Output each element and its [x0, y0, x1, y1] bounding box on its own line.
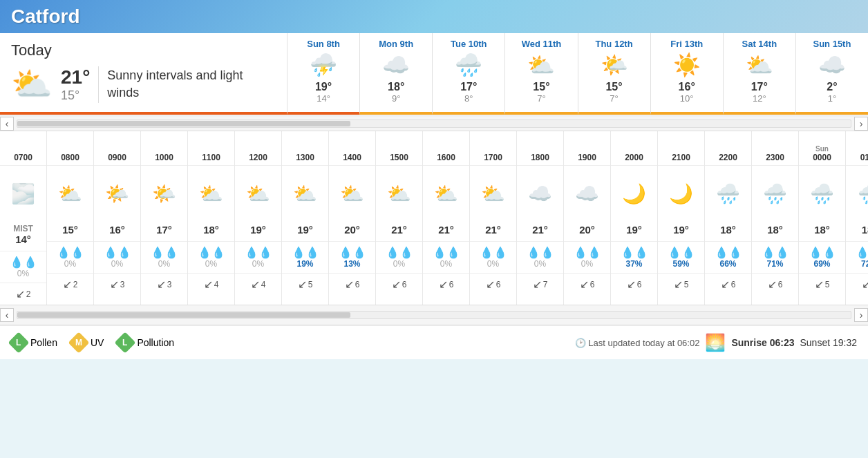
wind-speed: 5 [825, 280, 830, 289]
hour-icon-row: 🌫️ [0, 166, 46, 221]
hour-time: 2100 [672, 153, 690, 162]
hour-icon-row: 🌧️ [705, 166, 751, 221]
hour-precip-row: 💧💧 69% [799, 242, 845, 274]
hour-time: 0900 [108, 153, 126, 162]
updated-text: 🕑 Last updated today at 06:02 [575, 338, 700, 348]
forecast-day-7[interactable]: Sun 15th ☁️ 2° 1° [795, 33, 868, 115]
hour-temp: 18° [706, 224, 750, 236]
forecast-day-4[interactable]: Thu 12th 🌤️ 15° 7° [578, 33, 650, 115]
forecast-day-1[interactable]: Mon 9th ☁️ 18° 9° [359, 33, 432, 115]
hour-temp-row: 16° [94, 221, 140, 242]
precip-icon: 💧💧 [198, 246, 225, 259]
hour-icon-row: 🌙 [658, 166, 704, 221]
scroll-left-arrow[interactable]: ‹ [0, 117, 14, 131]
wind-speed: 4 [214, 280, 219, 289]
forecast-day-0[interactable]: Sun 8th ⛈️ 19° 14° [287, 33, 359, 115]
scroll-bottom-right-arrow[interactable]: › [854, 308, 868, 322]
forecast-day-high: 18° [364, 81, 428, 93]
wind-direction-icon: ↙ [439, 278, 448, 291]
hour-icon-row: ⛅ [470, 166, 516, 221]
hour-col-1600: 1600 ⛅ 21° 💧💧 0% ↙ 6 [423, 131, 470, 305]
today-description: Sunny intervals and light winds [107, 67, 276, 102]
hour-precip-row: 💧💧 13% [329, 242, 375, 274]
hour-col-0100: 0100 🌧️ 18° 💧💧 72% ↙ 5 [846, 131, 868, 305]
hour-icon-row: ⛅ [329, 166, 375, 221]
hour-temp-row: 18° [188, 221, 234, 242]
wind-speed: 3 [120, 280, 125, 289]
hour-time: 1900 [578, 153, 596, 162]
precip-pct: 0% [252, 259, 264, 269]
forecast-day-name: Tue 10th [437, 39, 500, 49]
hour-wind-row: ↙ 6 [752, 274, 798, 295]
wind-direction-icon: ↙ [486, 278, 495, 291]
precip-pct: 71% [766, 259, 783, 269]
wind-speed: 6 [731, 280, 736, 289]
precip-icon: 💧💧 [856, 246, 868, 259]
precip-pct: 0% [487, 259, 499, 269]
hour-col-0800: 0800 ⛅ 15° 💧💧 0% ↙ 2 [47, 131, 94, 305]
precip-pct: 72% [861, 259, 868, 269]
wind-direction-icon: ↙ [580, 278, 589, 291]
location-title: Catford [11, 6, 857, 28]
precip-pct: 13% [343, 259, 360, 269]
forecast-days: Sun 8th ⛈️ 19° 14° Mon 9th ☁️ 18° 9° Tue… [287, 33, 868, 115]
hour-header: 0900 [94, 131, 140, 166]
forecast-day-3[interactable]: Wed 11th ⛅ 15° 7° [504, 33, 577, 115]
forecast-day-name: Wed 11th [509, 39, 573, 49]
forecast-day-high: 17° [437, 81, 500, 93]
hour-temp-row: 18° [846, 221, 868, 242]
wind-direction-icon: ↙ [63, 278, 72, 291]
wind-direction-icon: ↙ [345, 278, 354, 291]
uv-item: M UV [71, 335, 104, 350]
hour-header: 1500 [376, 131, 422, 166]
hour-weather-icon: ⛅ [481, 182, 505, 205]
wind-direction-icon: ↙ [16, 287, 25, 300]
forecast-day-6[interactable]: Sat 14th ⛅ 17° 12° [723, 33, 795, 115]
hour-wind-row: ↙ 5 [282, 274, 328, 295]
scroll-right-arrow[interactable]: › [854, 117, 868, 131]
hour-temp-row: 21° [470, 221, 516, 242]
hour-header: 1900 [564, 131, 610, 166]
precip-icon: 💧💧 [386, 246, 413, 259]
precip-pct: 0% [64, 259, 76, 269]
forecast-day-icon: ⛈️ [292, 52, 355, 78]
forecast-day-5[interactable]: Fri 13th ☀️ 16° 10° [650, 33, 723, 115]
footer: L Pollen M UV L Pollution [0, 325, 868, 359]
hour-icon-row: ⛅ [47, 166, 93, 221]
hour-temp: 19° [283, 224, 327, 236]
hour-weather-icon: ⛅ [293, 182, 317, 205]
scroll-track-bottom[interactable] [17, 311, 851, 319]
forecast-day-2[interactable]: Tue 10th 🌧️ 17° 8° [432, 33, 504, 115]
hour-icon-row: ⛅ [376, 166, 422, 221]
hour-header: 1400 [329, 131, 375, 166]
hour-col-0900: 0900 🌤️ 16° 💧💧 0% ↙ 3 [94, 131, 141, 305]
hour-weather-icon: 🌧️ [716, 182, 740, 205]
hour-temp-row: MIST 14° [0, 221, 46, 251]
hour-icon-row: ⛅ [235, 166, 281, 221]
hour-weather-icon: 🌧️ [810, 182, 834, 205]
hour-temp: 21° [424, 224, 468, 236]
forecast-day-icon: ☁️ [364, 52, 428, 78]
precip-pct: 0% [440, 259, 452, 269]
forecast-day-low: 8° [437, 93, 500, 104]
today-label: Today [11, 41, 276, 59]
hour-weather-icon: ⛅ [340, 182, 364, 205]
hour-wind-row: ↙ 6 [423, 274, 469, 295]
hour-precip-row: 💧💧 0% [517, 242, 563, 274]
hour-precip-row: 💧💧 0% [564, 242, 610, 274]
scroll-track-top[interactable] [17, 120, 851, 128]
main-content: Today ⛅ 21° 15° Sunny intervals and ligh… [0, 33, 868, 359]
scroll-bottom-left-arrow[interactable]: ‹ [0, 308, 14, 322]
precip-pct: 19% [296, 259, 313, 269]
hour-temp: 18° [189, 224, 233, 236]
hour-wind-row: ↙ 5 [846, 274, 868, 295]
today-weather-icon: ⛅ [11, 65, 53, 104]
hour-wind-row: ↙ 3 [141, 274, 187, 295]
wind-speed: 6 [496, 280, 501, 289]
hour-temp-row: 21° [517, 221, 563, 242]
hour-temp-row: 21° [376, 221, 422, 242]
sunrise-label: Sunrise 06:23 [731, 337, 794, 348]
hour-temp: 21° [377, 224, 421, 236]
hour-weather-icon: ☁️ [575, 182, 599, 205]
wind-speed: 2 [73, 280, 78, 289]
